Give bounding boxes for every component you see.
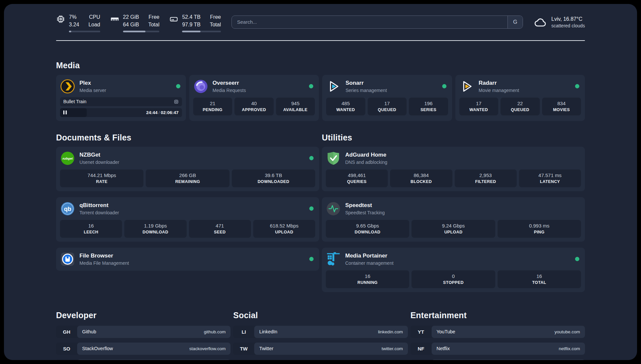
svg-text:nzbget: nzbget <box>63 156 73 160</box>
section-title-entertainment: Entertainment <box>411 311 585 320</box>
app-name: NZBGet <box>79 152 119 158</box>
stat-tile-queries: 498,461QUERIES <box>326 169 388 187</box>
system-stats: 7% 3.24 CPU Load <box>56 14 221 32</box>
linkedin-abbr-icon: LI <box>233 326 254 338</box>
weather-condition: scattered clouds <box>551 23 585 28</box>
youtube-abbr-icon: YT <box>411 326 432 338</box>
weather-location-temp: Lviv, 16.87°C <box>551 16 585 22</box>
header-divider <box>56 40 585 41</box>
dashboard: 7% 3.24 CPU Load <box>4 4 637 360</box>
app-description: Media server <box>79 88 106 93</box>
adguard-card[interactable]: AdGuard Home DNS and adblocking 498,461Q… <box>322 147 585 191</box>
radarr-card[interactable]: Radarr Movie management 17WANTED 22QUEUE… <box>455 75 585 121</box>
app-description: Usenet downloader <box>79 160 119 165</box>
now-playing-row: Bullet Train <box>60 97 182 106</box>
stat-tile-queued: 22QUEUED <box>501 98 540 115</box>
link-dev-to[interactable]: DT DEV dev.to <box>56 359 230 360</box>
pause-icon <box>63 110 67 114</box>
app-description: DNS and adblocking <box>345 160 387 165</box>
speedtest-icon <box>326 201 341 216</box>
filebrowser-card[interactable]: File Browser Media File Management <box>56 248 319 271</box>
disk-free-label: Free <box>210 14 221 21</box>
status-dot <box>309 84 313 88</box>
stat-tile-running: 16RUNNING <box>326 270 409 288</box>
entertainment-section: Entertainment YT YouTube youtube.com NF … <box>411 311 585 360</box>
stat-tile-movies: 834MOVIES <box>542 98 581 115</box>
disk-stat: 52.4 TB 97.9 TB Free Total <box>169 14 221 32</box>
stat-tile-stopped: 0STOPPED <box>412 270 495 288</box>
disk-free-value: 52.4 TB <box>182 14 200 21</box>
memory-icon <box>110 15 119 24</box>
status-dot <box>309 257 314 261</box>
app-name: Radarr <box>479 80 519 86</box>
link-reddit[interactable]: RE Reddit reddit.com <box>411 359 585 360</box>
disk-icon <box>169 15 178 24</box>
app-description: Container management <box>345 260 393 266</box>
memory-stat: 22 GiB 64 GiB Free Total <box>110 14 160 32</box>
portainer-icon <box>326 252 341 267</box>
nzbget-card[interactable]: nzbget NZBGet Usenet downloader 744.21 M… <box>56 147 319 191</box>
overseerr-card[interactable]: Overseerr Media Requests 21PENDING 40APP… <box>189 75 319 121</box>
settings-icon[interactable] <box>174 99 179 104</box>
link-netflix[interactable]: NF Netflix netflix.com <box>411 343 585 355</box>
reddit-abbr-icon: RE <box>411 359 432 360</box>
status-dot <box>309 206 314 211</box>
disk-progress-bar <box>182 31 221 32</box>
svg-text:qb: qb <box>64 205 71 212</box>
plex-icon <box>60 79 75 94</box>
cloud-icon <box>534 16 547 29</box>
stackoverflow-abbr-icon: SO <box>56 343 77 355</box>
stat-tile-download: 9.65 GbpsDOWNLOAD <box>326 220 409 238</box>
stat-tile-seed: 471SEED <box>189 220 251 238</box>
app-name: qBittorrent <box>79 202 119 209</box>
twitter-abbr-icon: TW <box>233 343 254 355</box>
app-description: Series management <box>346 88 387 93</box>
search-engine-button[interactable]: G <box>507 16 523 28</box>
sonarr-card[interactable]: Sonarr Series management 485WANTED 17QUE… <box>322 75 452 121</box>
filebrowser-icon <box>60 252 75 267</box>
app-name: Plex <box>79 80 106 86</box>
link-github[interactable]: GH Github github.com <box>56 326 230 338</box>
app-name: AdGuard Home <box>345 152 387 158</box>
now-playing-title: Bullet Train <box>63 99 86 104</box>
link-twitter[interactable]: TW Twitter twitter.com <box>233 343 408 355</box>
section-title-utilities: Utilities <box>322 133 585 142</box>
app-description: Movie management <box>479 88 519 93</box>
app-description: Media File Management <box>79 260 129 266</box>
stat-tile-approved: 40APPROVED <box>234 98 274 115</box>
cpu-usage-label: CPU <box>88 14 100 21</box>
memory-free-label: Free <box>148 14 160 21</box>
playback-progress-bar[interactable]: 24:44/02:06:47 <box>60 108 182 117</box>
search-input[interactable] <box>232 16 507 28</box>
app-description: Speedtest Tracking <box>345 210 385 215</box>
link-linkedin[interactable]: LI LinkedIn linkedin.com <box>233 326 408 338</box>
memory-progress-bar <box>123 31 160 32</box>
cpu-stat: 7% 3.24 CPU Load <box>56 14 100 32</box>
qbittorrent-card[interactable]: qb qBittorrent Torrent downloader 16LEEC… <box>56 197 319 242</box>
dev-to-abbr-icon: DT <box>56 359 77 360</box>
section-title-media: Media <box>56 61 585 70</box>
disk-total-value: 97.9 TB <box>182 21 200 28</box>
app-name: Speedtest <box>345 202 385 209</box>
weather-widget[interactable]: Lviv, 16.87°C scattered clouds <box>534 16 585 29</box>
stat-tile-filtered: 2,953FILTERED <box>455 169 517 187</box>
status-dot <box>176 84 180 88</box>
overseerr-icon <box>193 79 208 94</box>
stat-tile-ping: 0.993 msPING <box>498 220 581 238</box>
portainer-card[interactable]: Media Portainer Container management 16R… <box>322 248 585 292</box>
app-name: Overseerr <box>213 80 246 86</box>
plex-card[interactable]: Plex Media server Bullet Train <box>56 75 186 121</box>
cpu-load-label: Load <box>88 21 100 28</box>
status-dot <box>575 84 579 88</box>
speedtest-card[interactable]: Speedtest Speedtest Tracking 9.65 GbpsDO… <box>322 197 585 242</box>
stat-tile-upload: 9.24 GbpsUPLOAD <box>412 220 495 238</box>
developer-section: Developer GH Github github.com SO StackO… <box>56 311 230 360</box>
adguard-icon <box>326 151 341 166</box>
github-abbr-icon: GH <box>56 326 77 338</box>
link-stackoverflow[interactable]: SO StackOverflow stackoverflow.com <box>56 343 230 355</box>
app-description: Torrent downloader <box>79 210 119 215</box>
link-youtube[interactable]: YT YouTube youtube.com <box>411 326 585 338</box>
radarr-icon <box>459 79 474 94</box>
stat-tile-series: 196SERIES <box>409 98 448 115</box>
qbittorrent-icon: qb <box>60 201 75 216</box>
